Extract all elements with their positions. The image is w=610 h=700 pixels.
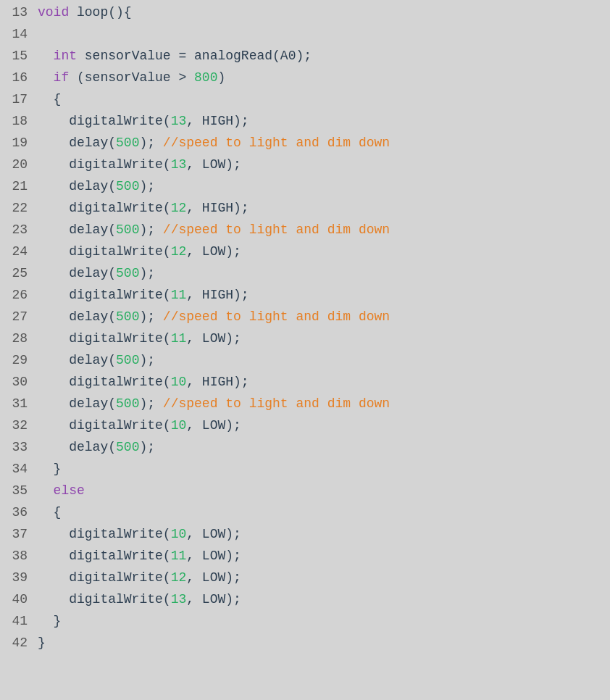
line-content: if (sensorValue > 800) [38,68,225,88]
code-token: , LOW); [186,592,241,607]
line-number: 24 [0,242,38,262]
code-token: ); [139,136,162,150]
line-content: digitalWrite(11, LOW); [38,546,241,567]
code-line: 41 } [0,612,610,633]
line-content: digitalWrite(11, HIGH); [38,286,249,306]
code-token: delay( [38,136,116,150]
line-content: delay(500); [38,438,155,458]
code-token: 10 [171,527,187,541]
code-line: 37 digitalWrite(10, LOW); [0,525,610,546]
line-content: digitalWrite(10, LOW); [38,525,241,545]
code-token: 500 [116,266,139,280]
code-line: 36 { [0,503,610,525]
code-token: ); [139,309,162,324]
code-token: } [38,636,46,650]
line-content: digitalWrite(13, HIGH); [38,112,249,132]
code-token: delay( [38,179,116,193]
code-token: sensorValue = analogRead(A0); [77,49,312,63]
code-token: digitalWrite( [38,570,171,585]
code-token: 800 [194,70,217,85]
code-token: //speed to light and dim down [163,136,390,150]
code-line: 16 if (sensorValue > 800) [0,68,610,90]
line-number: 20 [0,155,38,175]
code-token [38,483,54,498]
line-number: 41 [0,612,38,632]
line-number: 34 [0,459,38,480]
code-line: 18 digitalWrite(13, HIGH); [0,112,610,133]
line-number: 25 [0,264,38,284]
code-token: digitalWrite( [38,418,171,433]
code-line: 27 delay(500); //speed to light and dim … [0,307,610,329]
code-line: 14 [0,25,610,46]
code-line: 28 digitalWrite(11, LOW); [0,329,610,351]
code-token: 10 [171,418,187,433]
line-number: 16 [0,68,38,88]
code-token: 500 [116,179,139,193]
code-token [38,70,54,85]
line-content: digitalWrite(13, LOW); [38,590,241,610]
line-number: 38 [0,546,38,567]
code-line: 26 digitalWrite(11, HIGH); [0,286,610,307]
line-number: 36 [0,503,38,523]
code-token: loop(){ [69,5,131,20]
code-token: ); [139,440,155,454]
line-number: 28 [0,329,38,349]
line-content: int sensorValue = analogRead(A0); [38,46,312,67]
line-content: { [38,503,61,523]
code-token: 11 [171,288,187,302]
line-number: 19 [0,133,38,154]
code-line: 25 delay(500); [0,264,610,286]
line-number: 32 [0,416,38,436]
line-content: delay(500); [38,351,155,371]
line-number: 39 [0,568,38,588]
code-token: ); [139,396,162,411]
code-token: 13 [171,114,187,128]
line-number: 27 [0,307,38,328]
code-token: 13 [171,157,187,172]
code-token: digitalWrite( [38,331,171,346]
code-token: //speed to light and dim down [163,396,390,411]
code-token: digitalWrite( [38,288,171,302]
line-content: delay(500); [38,177,155,197]
line-content: } [38,612,61,632]
code-token: , LOW); [186,570,241,585]
code-line: 24 digitalWrite(12, LOW); [0,242,610,264]
code-editor: 13void loop(){14 15 int sensorValue = an… [0,0,610,658]
code-token: 500 [116,136,139,150]
line-content: delay(500); [38,264,155,284]
code-token: 13 [171,592,187,607]
code-token: , LOW); [186,549,241,563]
code-line: 17 { [0,90,610,112]
line-content: } [38,633,46,654]
line-number: 31 [0,394,38,414]
code-token: 500 [116,440,139,454]
code-token: 10 [171,375,187,389]
line-number: 21 [0,177,38,197]
code-line: 20 digitalWrite(13, LOW); [0,155,610,177]
line-number: 33 [0,438,38,458]
code-token: , HIGH); [186,375,248,389]
code-line: 34 } [0,459,610,481]
line-number: 15 [0,46,38,67]
code-token: digitalWrite( [38,244,171,259]
code-token: digitalWrite( [38,527,171,541]
code-token: ); [139,222,162,237]
line-content [38,25,46,45]
code-token: delay( [38,222,116,237]
line-number: 40 [0,590,38,610]
code-token: 500 [116,396,139,411]
line-number: 35 [0,481,38,501]
line-content: digitalWrite(10, LOW); [38,416,241,436]
line-content: digitalWrite(12, HIGH); [38,199,249,219]
code-token: if [54,70,70,85]
code-token: digitalWrite( [38,157,171,172]
code-token: else [54,483,85,498]
code-token: { [38,505,61,520]
code-token: 11 [171,331,187,346]
line-content: digitalWrite(11, LOW); [38,329,241,349]
line-number: 14 [0,25,38,45]
line-number: 42 [0,633,38,654]
code-token: , LOW); [186,418,241,433]
code-line: 35 else [0,481,610,503]
line-content: delay(500); //speed to light and dim dow… [38,133,390,154]
